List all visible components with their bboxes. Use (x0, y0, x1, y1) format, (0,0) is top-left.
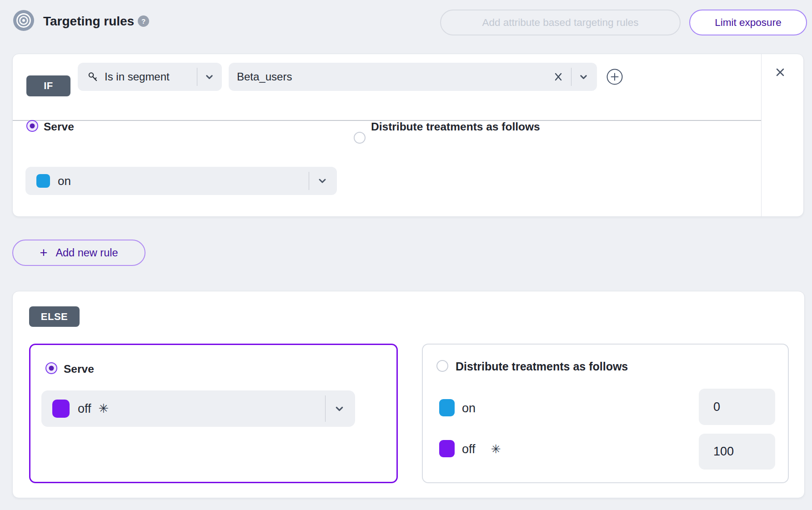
limit-exposure-button[interactable]: Limit exposure (689, 10, 807, 35)
clear-segment-icon[interactable] (553, 71, 564, 82)
field-divider (197, 68, 197, 86)
targeting-rules-panel: Targeting rules ? Add attribute based ta… (0, 0, 812, 510)
help-icon[interactable]: ? (138, 15, 149, 27)
chevron-down-icon (578, 72, 589, 82)
treatment-select-value: on (58, 174, 71, 188)
field-divider (571, 68, 571, 86)
distribution-percentage-input[interactable] (699, 389, 775, 425)
distribute-option-label: Distribute treatments as follows (371, 120, 540, 133)
else-distribute-radio[interactable] (436, 360, 448, 372)
serve-option-label: Serve (44, 120, 74, 133)
treatment-select[interactable]: on (25, 167, 337, 195)
add-attribute-rules-button[interactable]: Add attribute based targeting rules (440, 10, 681, 35)
targeting-rules-icon (13, 10, 34, 33)
segment-key-icon (87, 71, 99, 83)
segment-value-field[interactable] (229, 63, 597, 91)
chevron-down-icon (334, 403, 345, 415)
chevron-down-icon (317, 175, 328, 186)
distribution-treatment-label: off (462, 442, 476, 456)
add-condition-icon[interactable] (606, 68, 623, 87)
else-treatment-select-value: off (78, 402, 91, 416)
add-new-rule-button[interactable]: + Add new rule (12, 240, 145, 266)
distribution-treatment-label: on (462, 401, 476, 415)
chevron-down-icon (204, 72, 215, 82)
else-distribute-label: Distribute treatments as follows (456, 360, 628, 373)
card-divider (761, 54, 762, 216)
else-badge: ELSE (29, 306, 80, 327)
treatment-off-swatch (52, 400, 70, 418)
else-card: ELSE Serve off ✳ Distribute treatments a… (12, 291, 805, 498)
treatment-on-swatch (36, 174, 50, 188)
if-badge: IF (26, 75, 70, 96)
else-serve-radio[interactable] (45, 362, 57, 374)
else-treatment-select[interactable]: off ✳ (41, 390, 355, 427)
else-distribute-box[interactable]: Distribute treatments as follows on off … (422, 344, 789, 483)
matcher-select[interactable]: Is in segment (78, 63, 222, 91)
field-divider (325, 395, 326, 422)
serve-radio[interactable] (26, 120, 38, 132)
distribution-percentage-input[interactable] (699, 434, 775, 470)
default-treatment-marker: ✳ (491, 442, 501, 456)
rule-card: IF Is in segment (12, 54, 804, 217)
add-new-rule-label: Add new rule (55, 247, 118, 259)
segment-value-input[interactable] (237, 70, 553, 83)
treatment-off-swatch (439, 440, 455, 457)
matcher-select-label: Is in segment (105, 70, 170, 83)
else-serve-box[interactable]: Serve off ✳ (29, 344, 398, 483)
treatment-on-swatch (439, 399, 455, 416)
remove-rule-button[interactable] (774, 66, 787, 80)
page-title: Targeting rules (43, 14, 134, 29)
field-divider (309, 172, 309, 190)
plus-icon: + (40, 246, 47, 260)
distribute-radio[interactable] (354, 132, 366, 144)
default-treatment-marker: ✳ (99, 401, 109, 416)
else-serve-label: Serve (64, 363, 94, 375)
